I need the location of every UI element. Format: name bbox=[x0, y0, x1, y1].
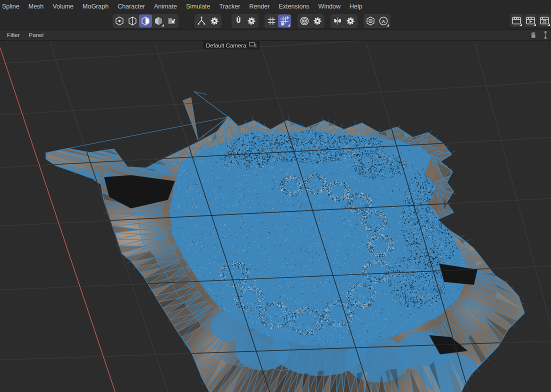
viewport-canvas[interactable] bbox=[0, 40, 551, 392]
viewport-menu-bar: FilterPanel bbox=[0, 30, 551, 40]
gear-icon bbox=[209, 16, 220, 26]
menu-item-help[interactable]: Help bbox=[345, 0, 367, 13]
workplane-grid-button[interactable] bbox=[265, 14, 278, 28]
model-mode-icon bbox=[153, 16, 164, 26]
toolbar: A bbox=[0, 13, 551, 30]
model-mode-button[interactable] bbox=[152, 14, 165, 28]
symmetry-settings-button[interactable] bbox=[344, 14, 357, 28]
symmetry-toggle-button[interactable] bbox=[331, 14, 344, 28]
render-settings-icon bbox=[539, 15, 550, 26]
menu-item-spline[interactable]: Spline bbox=[0, 0, 24, 13]
grid-icon bbox=[266, 16, 277, 26]
render-view-icon bbox=[511, 15, 522, 26]
hex-eye-icon bbox=[365, 16, 376, 26]
toolbar-group-annotate: A bbox=[364, 14, 390, 28]
menu-item-mograph[interactable]: MoGraph bbox=[78, 0, 113, 13]
camera-label[interactable]: Default Camera bbox=[203, 42, 260, 50]
menu-item-animate[interactable]: Animate bbox=[150, 0, 182, 13]
render-pv-icon bbox=[525, 15, 536, 26]
camera-label-text: Default Camera bbox=[206, 42, 246, 48]
render-picture-viewer-button[interactable] bbox=[524, 14, 537, 27]
toolbar-group-symmetry bbox=[330, 14, 358, 28]
camera-swap-icon[interactable] bbox=[249, 41, 257, 50]
hand-icon[interactable] bbox=[529, 30, 538, 40]
snap-settings-button[interactable] bbox=[245, 14, 258, 28]
menu-item-window[interactable]: Window bbox=[314, 0, 345, 13]
isolate-view-button[interactable] bbox=[364, 14, 377, 28]
quantize-lock-button[interactable] bbox=[278, 14, 291, 28]
toolbar-group-snap bbox=[232, 14, 258, 28]
falloff-rings-button[interactable] bbox=[298, 14, 311, 28]
v-arrows-icon[interactable] bbox=[541, 30, 550, 40]
svg-text:A: A bbox=[382, 18, 386, 24]
snap-toggle-button[interactable] bbox=[232, 14, 245, 28]
render-settings-button[interactable] bbox=[538, 14, 551, 27]
symmetry-icon bbox=[332, 16, 343, 26]
menu-item-extensions[interactable]: Extensions bbox=[274, 0, 314, 13]
viewport: Default Camera bbox=[0, 40, 551, 392]
render-view-button[interactable] bbox=[510, 14, 523, 27]
texture-axis-icon bbox=[166, 16, 177, 26]
viewport-menu-panel[interactable]: Panel bbox=[24, 30, 48, 40]
toolbar-group-falloff bbox=[298, 14, 324, 28]
menu-item-tracker[interactable]: Tracker bbox=[215, 0, 245, 13]
toolbar-group-coords bbox=[194, 14, 222, 28]
magnet-icon bbox=[233, 16, 244, 26]
menu-bar: SplineMeshVolumeMoGraphCharacterAnimateS… bbox=[0, 0, 551, 13]
annotation-button[interactable]: A bbox=[377, 14, 390, 28]
menu-item-render[interactable]: Render bbox=[244, 0, 274, 13]
edges-mode-icon bbox=[127, 16, 138, 26]
gear-icon bbox=[312, 16, 323, 26]
toolbar-group-mode bbox=[112, 14, 178, 28]
annotate-a-icon: A bbox=[378, 16, 389, 26]
cinema4d-window: SplineMeshVolumeMoGraphCharacterAnimateS… bbox=[0, 0, 551, 392]
menu-item-simulate[interactable]: Simulate bbox=[182, 0, 215, 13]
gear-icon bbox=[345, 16, 356, 26]
texture-axis-mode-button[interactable] bbox=[165, 14, 178, 28]
menu-item-character[interactable]: Character bbox=[113, 0, 150, 13]
viewport-nav-icons bbox=[529, 30, 551, 40]
falloff-settings-button[interactable] bbox=[311, 14, 324, 28]
circles-icon bbox=[299, 16, 310, 26]
points-mode-button[interactable] bbox=[113, 14, 126, 28]
menu-item-volume[interactable]: Volume bbox=[48, 0, 78, 13]
gear-icon bbox=[246, 16, 257, 26]
toolbar-groups: A bbox=[112, 14, 390, 28]
menu-item-mesh[interactable]: Mesh bbox=[24, 0, 48, 13]
viewport-menu-filter[interactable]: Filter bbox=[2, 30, 24, 40]
axis-settings-button[interactable] bbox=[208, 14, 221, 28]
render-buttons-group bbox=[510, 14, 551, 27]
polygons-mode-icon bbox=[140, 16, 151, 26]
axis-arrows-icon bbox=[196, 16, 207, 26]
points-mode-icon bbox=[114, 16, 125, 26]
axis-modification-button[interactable] bbox=[195, 14, 208, 28]
edges-mode-button[interactable] bbox=[126, 14, 139, 28]
polygons-mode-button[interactable] bbox=[139, 14, 152, 28]
toolbar-group-quantize bbox=[264, 14, 292, 28]
grid-lock-icon bbox=[279, 16, 290, 26]
